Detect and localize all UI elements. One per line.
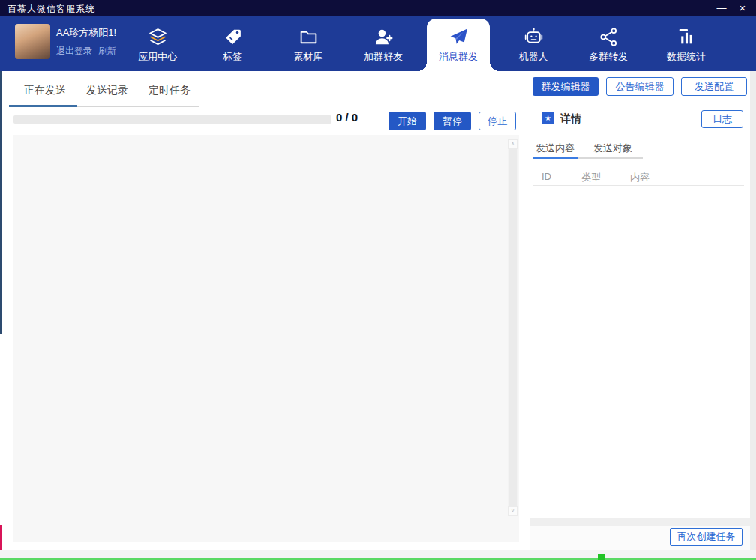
active-tab-underline: [9, 105, 77, 107]
log-button[interactable]: 日志: [701, 110, 743, 128]
close-icon[interactable]: ×: [734, 1, 752, 16]
nav-item-data-statistics[interactable]: 数据统计: [655, 19, 718, 71]
nav-item-label: 应用中心: [138, 50, 177, 64]
avatar[interactable]: [15, 24, 50, 59]
folder-icon: [298, 27, 319, 47]
minimize-icon[interactable]: —: [712, 1, 730, 16]
tab-sending-now[interactable]: 正在发送: [24, 84, 66, 97]
table-header-divider: [532, 185, 744, 186]
background-edge-strip: [750, 71, 756, 560]
group-send-editor-button[interactable]: 群发编辑器: [532, 77, 598, 96]
background-green-dot: [598, 554, 604, 560]
tab-scheduled-tasks[interactable]: 定时任务: [148, 84, 190, 97]
app-window: 百慕大微信客服系统 — × AA珍方杨阳1! 退出登录 刷新 应用中心: [0, 0, 756, 560]
column-header-content: 内容: [630, 171, 650, 184]
nav-item-label: 多群转发: [589, 50, 628, 64]
nav-item-label: 素材库: [294, 50, 323, 64]
navbar: AA珍方杨阳1! 退出登录 刷新 应用中心 标签: [0, 16, 756, 71]
progress-count: 0 / 0: [336, 111, 358, 124]
nav-item-label: 加群好友: [364, 50, 403, 64]
nav-item-add-group-friends[interactable]: 加群好友: [352, 19, 415, 71]
scrollbar-thumb[interactable]: [508, 149, 517, 506]
pause-button[interactable]: 暂停: [434, 112, 471, 130]
tab-divider-line: [77, 106, 199, 107]
robot-icon: [524, 27, 544, 47]
tab-send-targets[interactable]: 发送对象: [593, 142, 632, 155]
panel-gap: [530, 518, 750, 526]
progress-bar: [14, 115, 332, 124]
titlebar: 百慕大微信客服系统 — ×: [0, 0, 756, 16]
user-name: AA珍方杨阳1!: [56, 26, 116, 40]
background-edge-strip: [0, 71, 2, 334]
tab-send-content[interactable]: 发送内容: [536, 142, 574, 155]
start-button[interactable]: 开始: [388, 112, 426, 130]
bar-chart-icon: [676, 27, 697, 47]
add-friend-icon: [374, 27, 394, 47]
nav-item-multi-group-forward[interactable]: 多群转发: [577, 19, 640, 71]
detail-card: [530, 101, 750, 518]
star-badge-icon: ★: [542, 112, 554, 124]
logout-link[interactable]: 退出登录: [56, 45, 92, 58]
nav-item-label: 机器人: [519, 50, 548, 64]
detail-title: 详情: [560, 112, 581, 126]
active-tab-underline: [532, 157, 578, 159]
share-icon: [598, 27, 619, 47]
paper-plane-icon: [448, 27, 469, 47]
scrollbar-down-icon[interactable]: ∨: [508, 506, 518, 516]
send-config-button[interactable]: 发送配置: [681, 77, 747, 96]
stop-button[interactable]: 停止: [478, 112, 516, 130]
nav-item-app-center[interactable]: 应用中心: [126, 19, 189, 71]
nav-item-tags[interactable]: 标签: [201, 19, 264, 71]
notice-editor-button[interactable]: 公告编辑器: [606, 77, 674, 96]
nav-item-robot[interactable]: 机器人: [502, 19, 565, 71]
scrollbar-up-icon[interactable]: ∧: [508, 139, 518, 149]
scrollbar[interactable]: ∧ ∨: [508, 139, 518, 516]
column-header-type: 类型: [581, 171, 601, 184]
nav-item-material-library[interactable]: 素材库: [277, 19, 340, 71]
recreate-task-button[interactable]: 再次创建任务: [670, 528, 742, 546]
refresh-link[interactable]: 刷新: [98, 45, 116, 58]
window-title: 百慕大微信客服系统: [8, 3, 95, 16]
tab-send-history[interactable]: 发送记录: [86, 84, 128, 97]
layers-icon: [148, 27, 168, 47]
nav-item-label: 消息群发: [439, 50, 478, 64]
nav-item-message-broadcast[interactable]: 消息群发: [427, 19, 490, 71]
column-header-id: ID: [542, 171, 551, 182]
nav-item-label: 标签: [223, 50, 242, 64]
tab-divider-line: [578, 157, 643, 159]
tag-icon: [223, 27, 243, 47]
sending-task-list: ∧ ∨: [14, 135, 519, 542]
nav-item-label: 数据统计: [667, 50, 706, 64]
